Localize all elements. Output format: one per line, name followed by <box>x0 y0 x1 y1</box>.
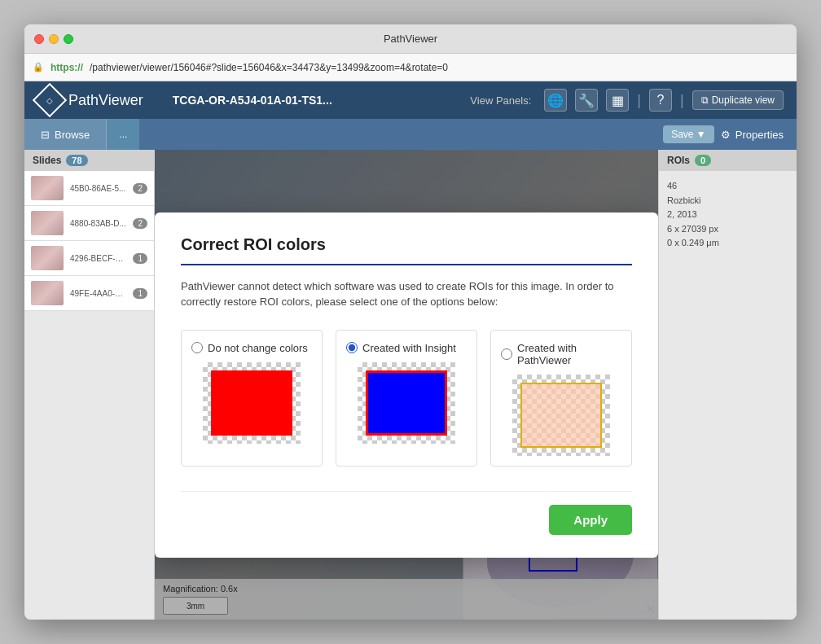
duplicate-view-button[interactable]: ⧉ Duplicate view <box>692 90 784 110</box>
properties-label: Properties <box>735 129 784 141</box>
option-pathviewer[interactable]: Created with PathViewer <box>490 330 632 467</box>
slide-title: TCGA-OR-A5J4-01A-01-TS1... <box>173 94 332 107</box>
sub-header-right: Save ▼ ⚙ Properties <box>650 119 797 150</box>
options-row: Do not change colors <box>181 330 632 467</box>
checkerboard-1 <box>203 362 301 444</box>
modal-overlay: Correct ROI colors PathViewer cannot det… <box>155 150 658 620</box>
tab-browse-label: Browse <box>55 129 90 141</box>
radio-no-change[interactable] <box>191 342 203 353</box>
save-button[interactable]: Save ▼ <box>663 125 714 143</box>
wrench-icon-button[interactable]: 🔧 <box>575 89 598 112</box>
duplicate-view-label: Duplicate view <box>712 94 775 106</box>
rois-header: ROIs 0 <box>659 150 797 171</box>
rois-count: 0 <box>695 155 711 166</box>
modal-description: PathViewer cannot detect which software … <box>181 278 632 310</box>
option-3-label-row: Created with PathViewer <box>501 342 621 366</box>
window-title: PathViewer <box>384 33 437 45</box>
checkerboard-2 <box>358 362 455 444</box>
modal-title: Correct ROI colors <box>181 235 632 265</box>
list-item[interactable]: 4296-BECF-5... 1 <box>24 241 154 276</box>
modal-body: PathViewer cannot detect which software … <box>181 278 632 467</box>
slide-count: 1 <box>133 288 147 299</box>
lock-icon: 🔒 <box>33 62 44 72</box>
title-bar: PathViewer <box>24 24 797 54</box>
slide-name: 49FE-4AA0-C... <box>70 289 126 298</box>
slide-count: 2 <box>133 218 147 229</box>
option-2-label-row: Created with Insight <box>346 342 467 354</box>
slide-author: Rozbicki <box>667 194 788 208</box>
logo-diamond: ◇ <box>33 83 67 117</box>
slide-resolution-px: 6 x 27039 px <box>667 222 788 237</box>
slides-label: Slides <box>33 155 61 166</box>
slide-thumbnail <box>31 176 64 200</box>
duplicate-icon: ⧉ <box>701 94 709 106</box>
option-insight[interactable]: Created with Insight <box>336 330 477 467</box>
minimize-button[interactable] <box>49 34 59 44</box>
slide-count: 2 <box>133 183 147 194</box>
option-2-label: Created with Insight <box>362 342 456 354</box>
option-3-preview <box>512 375 610 456</box>
browser-window: PathViewer 🔒 https:// /pathviewer/viewer… <box>24 24 797 620</box>
view-panels-label: View Panels: <box>470 94 531 107</box>
main-content: Slides 78 45B0-86AE-5... 2 4880-83AB-D..… <box>24 150 797 620</box>
left-sidebar: Slides 78 45B0-86AE-5... 2 4880-83AB-D..… <box>24 150 155 620</box>
option-no-change[interactable]: Do not change colors <box>181 330 323 467</box>
option-1-label-row: Do not change colors <box>191 342 312 354</box>
option-3-label: Created with PathViewer <box>517 342 621 366</box>
color-rect-blue <box>366 370 447 436</box>
option-1-preview <box>203 362 301 444</box>
slide-thumbnail <box>31 281 64 305</box>
logo-text: PathViewer <box>68 92 143 109</box>
grid-icon-button[interactable]: ▦ <box>606 89 629 112</box>
slide-name: 4296-BECF-5... <box>70 254 126 263</box>
slide-id: 46 <box>667 179 788 194</box>
slide-info: 46 Rozbicki 2, 2013 6 x 27039 px 0 x 0.2… <box>659 171 797 259</box>
radio-pathviewer[interactable] <box>501 348 512 360</box>
address-bar: 🔒 https:// /pathviewer/viewer/156046#?sl… <box>24 54 797 81</box>
properties-icon: ⚙ <box>721 129 731 141</box>
right-sidebar: ROIs 0 46 Rozbicki 2, 2013 6 x 27039 px … <box>658 150 797 620</box>
slides-count: 78 <box>66 155 87 166</box>
maximize-button[interactable] <box>64 34 73 44</box>
separator-2: | <box>680 92 684 109</box>
slide-name: 45B0-86AE-5... <box>70 184 125 193</box>
rois-label: ROIs <box>667 155 690 166</box>
tab-browse[interactable]: ⊟ Browse <box>24 119 107 150</box>
app-header: ◇ PathViewer TCGA-OR-A5J4-01A-01-TS1... … <box>24 81 797 119</box>
address-path[interactable]: /pathviewer/viewer/156046#?slide=156046&… <box>90 62 448 73</box>
slides-header: Slides 78 <box>24 150 154 171</box>
logo-area[interactable]: ◇ PathViewer <box>37 88 143 112</box>
tab-indicator: ... <box>107 119 139 150</box>
question-icon-button[interactable]: ? <box>649 89 672 112</box>
browse-icon: ⊟ <box>41 129 50 141</box>
sub-header: ⊟ Browse ... Save ▼ ⚙ Properties <box>24 119 797 150</box>
slide-thumbnail <box>31 211 64 235</box>
option-2-preview <box>358 362 455 444</box>
checkerboard-3 <box>512 375 610 456</box>
close-button[interactable] <box>34 34 44 44</box>
list-item[interactable]: 49FE-4AA0-C... 1 <box>24 276 154 311</box>
header-icons: 🌐 🔧 ▦ | ? | ⧉ Duplicate view <box>544 89 784 112</box>
apply-button[interactable]: Apply <box>549 505 632 535</box>
slide-thumbnail <box>31 246 64 270</box>
modal-footer: Apply <box>181 491 632 535</box>
properties-button[interactable]: ⚙ Properties <box>721 129 784 141</box>
traffic-lights <box>34 34 73 44</box>
slide-count: 1 <box>133 253 147 264</box>
color-rect-red <box>211 370 292 436</box>
slide-name: 4880-83AB-D... <box>70 219 126 228</box>
list-item[interactable]: 45B0-86AE-5... 2 <box>24 171 154 206</box>
radio-insight[interactable] <box>346 342 358 353</box>
correct-roi-colors-dialog: Correct ROI colors PathViewer cannot det… <box>155 212 658 558</box>
option-1-label: Do not change colors <box>208 342 308 354</box>
slide-resolution-um: 0 x 0.249 μm <box>667 236 788 251</box>
image-area[interactable]: ✕ Magnification: 0.6x 3mm Correct ROI co… <box>155 150 658 620</box>
color-rect-peachy <box>520 383 602 448</box>
https-label: https:// <box>50 62 83 73</box>
globe-icon-button[interactable]: 🌐 <box>544 89 567 112</box>
slide-date: 2, 2013 <box>667 208 788 222</box>
list-item[interactable]: 4880-83AB-D... 2 <box>24 206 154 241</box>
separator-1: | <box>637 92 641 109</box>
logo-icon: ◇ <box>46 96 53 105</box>
